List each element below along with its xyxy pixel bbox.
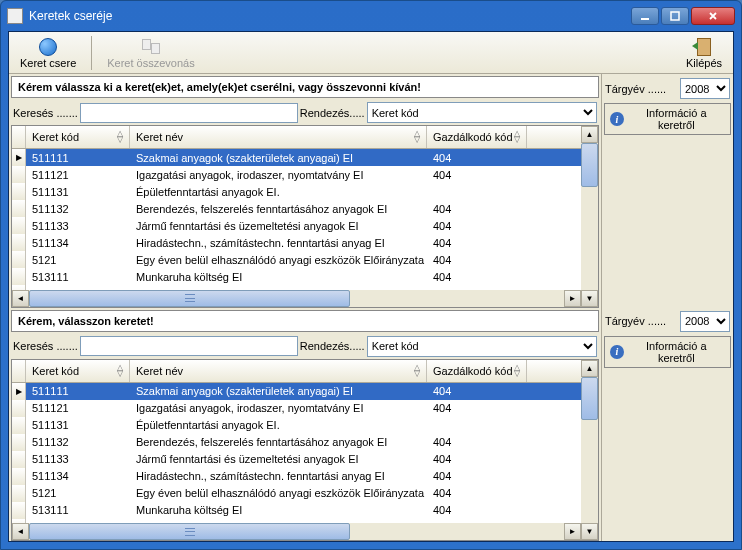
merge-frame-button: Keret összevonás bbox=[100, 34, 201, 72]
table-row[interactable]: 511121Igazgatási anyagok, irodaszer, nyo… bbox=[12, 400, 581, 417]
table-row[interactable]: 511133Jármű fenntartási és üzemeltetési … bbox=[12, 451, 581, 468]
row-indicator bbox=[12, 268, 26, 285]
cell-code: 511131 bbox=[26, 418, 130, 432]
top-year-select[interactable]: 2008 bbox=[680, 78, 730, 99]
col-header-code[interactable]: Keret kód△▽ bbox=[26, 360, 130, 382]
table-row[interactable]: 511134Hiradástechn., számítástechn. fenn… bbox=[12, 468, 581, 485]
cell-name: Egy éven belül elhasználódó anyagi eszkö… bbox=[130, 486, 427, 500]
content: Kérem válassza ki a keret(ek)et, amely(e… bbox=[9, 74, 733, 541]
col-header-gazd[interactable]: Gazdálkodó kód△▽ bbox=[427, 360, 527, 382]
svg-rect-0 bbox=[641, 18, 649, 20]
top-grid: Keret kód△▽ Keret név△▽ Gazdálkodó kód△▽… bbox=[11, 125, 599, 308]
maximize-button[interactable] bbox=[661, 7, 689, 25]
table-row[interactable]: 511131Épületfenntartási anyagok EI. bbox=[12, 183, 581, 200]
col-header-name[interactable]: Keret név△▽ bbox=[130, 360, 427, 382]
cell-gazd bbox=[427, 424, 527, 426]
cell-name: Berendezés, felszerelés fenntartásához a… bbox=[130, 202, 427, 216]
top-vscroll[interactable]: ▲ ▼ bbox=[581, 126, 598, 307]
row-indicator bbox=[12, 417, 26, 434]
top-hscroll[interactable]: ◄ ► bbox=[12, 290, 581, 307]
table-row[interactable]: 511133Jármű fenntartási és üzemeltetési … bbox=[12, 217, 581, 234]
scroll-right-button[interactable]: ► bbox=[564, 523, 581, 540]
hscroll-thumb[interactable] bbox=[29, 523, 350, 540]
hscroll-track[interactable] bbox=[29, 290, 564, 307]
merge-label: Keret összevonás bbox=[107, 57, 194, 69]
top-search-input[interactable] bbox=[80, 103, 298, 123]
bottom-search-input[interactable] bbox=[80, 336, 298, 356]
cell-name: Épületfenntartási anyagok EI. bbox=[130, 185, 427, 199]
top-sort-select[interactable]: Keret kód bbox=[367, 102, 597, 123]
cell-name: Egy éven belül elhasználódó anyagi eszkö… bbox=[130, 253, 427, 267]
cell-code: 511131 bbox=[26, 185, 130, 199]
vscroll-track[interactable] bbox=[581, 143, 598, 290]
scroll-down-button[interactable]: ▼ bbox=[581, 290, 598, 307]
table-row[interactable]: 5121Egy éven belül elhasználódó anyagi e… bbox=[12, 485, 581, 502]
exit-button[interactable]: Kilépés bbox=[679, 34, 729, 72]
window-controls bbox=[631, 7, 735, 25]
scroll-left-button[interactable]: ◄ bbox=[12, 290, 29, 307]
swap-frame-button[interactable]: Keret csere bbox=[13, 34, 83, 72]
vscroll-track[interactable] bbox=[581, 377, 598, 524]
app-icon bbox=[7, 8, 23, 24]
cell-gazd: 404 bbox=[427, 253, 527, 267]
bottom-info-button[interactable]: i Információ a keretről bbox=[604, 336, 731, 368]
scroll-left-button[interactable]: ◄ bbox=[12, 523, 29, 540]
table-row[interactable]: 511111Szakmai anyagok (szakterületek any… bbox=[12, 149, 581, 166]
scroll-down-button[interactable]: ▼ bbox=[581, 523, 598, 540]
minimize-button[interactable] bbox=[631, 7, 659, 25]
bottom-year-select[interactable]: 2008 bbox=[680, 311, 730, 332]
bottom-hscroll[interactable]: ◄ ► bbox=[12, 523, 581, 540]
scroll-up-button[interactable]: ▲ bbox=[581, 360, 598, 377]
close-button[interactable] bbox=[691, 7, 735, 25]
col-header-code[interactable]: Keret kód△▽ bbox=[26, 126, 130, 148]
vscroll-thumb[interactable] bbox=[581, 377, 598, 421]
table-row[interactable]: 511121Igazgatási anyagok, irodaszer, nyo… bbox=[12, 166, 581, 183]
hscroll-thumb[interactable] bbox=[29, 290, 350, 307]
scroll-right-button[interactable]: ► bbox=[564, 290, 581, 307]
bottom-sort-select[interactable]: Keret kód bbox=[367, 336, 597, 357]
table-row[interactable]: 511131Épületfenntartási anyagok EI. bbox=[12, 417, 581, 434]
cell-gazd: 404 bbox=[427, 236, 527, 250]
cell-gazd bbox=[427, 191, 527, 193]
top-search-label: Keresés ....... bbox=[13, 107, 78, 119]
table-row[interactable]: 5121Egy éven belül elhasználódó anyagi e… bbox=[12, 251, 581, 268]
cell-code: 513111 bbox=[26, 503, 130, 517]
cell-gazd: 404 bbox=[427, 168, 527, 182]
col-header-gazd[interactable]: Gazdálkodó kód△▽ bbox=[427, 126, 527, 148]
cell-code: 5121 bbox=[26, 486, 130, 500]
col-header-name[interactable]: Keret név△▽ bbox=[130, 126, 427, 148]
bottom-search-row: Keresés ....... Rendezés..... Keret kód bbox=[9, 334, 601, 359]
cell-code: 511132 bbox=[26, 202, 130, 216]
row-indicator bbox=[12, 383, 26, 400]
scroll-up-button[interactable]: ▲ bbox=[581, 126, 598, 143]
cell-gazd: 404 bbox=[427, 486, 527, 500]
client-area: Keret csere Keret összevonás Kilépés Kér… bbox=[8, 31, 734, 542]
table-row[interactable]: 513111Munkaruha költség EI404 bbox=[12, 502, 581, 519]
cell-code: 511132 bbox=[26, 435, 130, 449]
bottom-vscroll[interactable]: ▲ ▼ bbox=[581, 360, 598, 541]
table-row[interactable]: 513111Munkaruha költség EI404 bbox=[12, 268, 581, 285]
top-section-header: Kérem válassza ki a keret(ek)et, amely(e… bbox=[11, 76, 599, 98]
top-grid-body[interactable]: 511111Szakmai anyagok (szakterületek any… bbox=[12, 149, 581, 290]
row-indicator bbox=[12, 400, 26, 417]
hscroll-track[interactable] bbox=[29, 523, 564, 540]
row-indicator bbox=[12, 166, 26, 183]
bottom-grid-body[interactable]: 511111Szakmai anyagok (szakterületek any… bbox=[12, 383, 581, 524]
row-indicator bbox=[12, 200, 26, 217]
titlebar[interactable]: Keretek cseréje bbox=[1, 1, 741, 31]
app-window: Keretek cseréje Keret csere Keret összev… bbox=[0, 0, 742, 550]
top-info-button[interactable]: i Információ a keretről bbox=[604, 103, 731, 135]
cell-name: Jármű fenntartási és üzemeltetési anyago… bbox=[130, 452, 427, 466]
vscroll-thumb[interactable] bbox=[581, 143, 598, 187]
table-row[interactable]: 511132Berendezés, felszerelés fenntartás… bbox=[12, 200, 581, 217]
year-label: Tárgyév ...... bbox=[605, 315, 678, 327]
table-row[interactable]: 511111Szakmai anyagok (szakterületek any… bbox=[12, 383, 581, 400]
bottom-sort-label: Rendezés..... bbox=[300, 340, 365, 352]
sort-icon: △▽ bbox=[514, 365, 520, 377]
info-label: Információ a keretről bbox=[628, 107, 725, 131]
row-indicator bbox=[12, 468, 26, 485]
table-row[interactable]: 511134Hiradástechn., számítástechn. fenn… bbox=[12, 234, 581, 251]
cell-gazd: 404 bbox=[427, 219, 527, 233]
table-row[interactable]: 511132Berendezés, felszerelés fenntartás… bbox=[12, 434, 581, 451]
cell-name: Munkaruha költség EI bbox=[130, 270, 427, 284]
